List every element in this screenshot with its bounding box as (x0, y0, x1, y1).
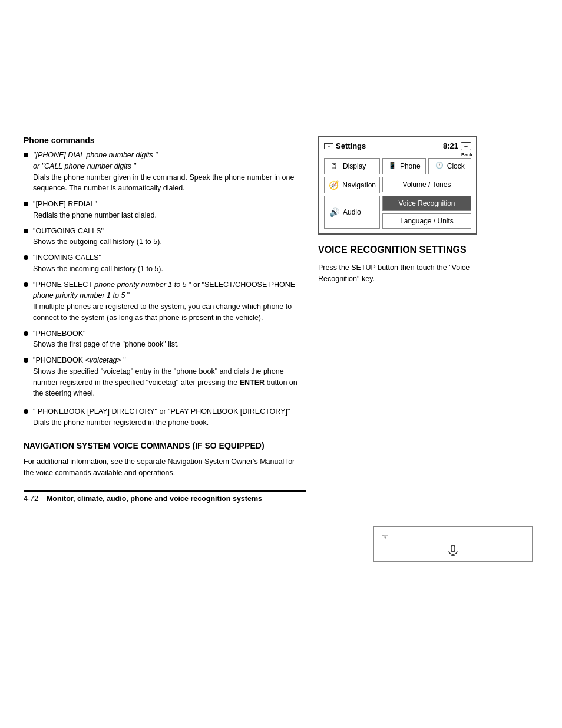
settings-audio-cell[interactable]: 🔊 Audio (324, 196, 380, 229)
item-description: Shows the specified "voicetag" entry in … (33, 367, 297, 398)
vr-description: Press the SETUP button then touch the "V… (318, 262, 483, 285)
settings-grid: 🖥 Display 📱 Phone 🕐 (324, 158, 471, 229)
settings-right-row-1: 📱 Phone 🕐 Clock (382, 158, 471, 174)
item-description: Shows the first page of the "phone book"… (33, 340, 179, 348)
bottom-right: ☞ (373, 526, 538, 562)
item-description: Dials the phone number registered in the… (33, 419, 209, 427)
item-main: "PHONE SELECT phone priority number 1 to… (33, 281, 295, 300)
small-info-box: ☞ (373, 526, 533, 562)
bullet-icon (24, 229, 28, 233)
info-box-mic-icon (381, 545, 525, 556)
list-item-content: " PHONEBOOK [PLAY] DIRECTORY" or "PLAY P… (33, 406, 306, 429)
top-spacer (24, 18, 538, 136)
microphone-svg (447, 545, 459, 556)
item-description: Dials the phone number given in the comm… (33, 173, 294, 193)
item-main: "[PHONE] DIAL phone number digits " (33, 151, 158, 159)
list-item: "PHONE SELECT phone priority number 1 to… (24, 279, 306, 324)
navigation-label: Navigation (342, 181, 376, 189)
bottom-left (24, 526, 373, 562)
list-item: "PHONEBOOK <voicetag> " Shows the specif… (24, 355, 306, 399)
settings-navigation-cell[interactable]: 🧭 Navigation (324, 177, 380, 193)
list-item-content: "PHONE SELECT phone priority number 1 to… (33, 279, 306, 324)
navigation-icon: 🧭 (328, 180, 339, 190)
list-item: " PHONEBOOK [PLAY] DIRECTORY" or "PLAY P… (24, 406, 306, 429)
phone-icon: 📱 (388, 162, 397, 171)
list-item: "[PHONE] REDIAL" Redials the phone numbe… (24, 199, 306, 221)
settings-display-cell[interactable]: 🖥 Display (324, 158, 380, 174)
bullet-icon (24, 282, 28, 287)
settings-right-row-3a: Voice Recognition (382, 196, 471, 211)
settings-label: Settings (336, 141, 366, 150)
item-main: "INCOMING CALLS" (33, 253, 101, 262)
list-item-content: "INCOMING CALLS" Shows the incoming call… (33, 252, 306, 275)
item-main: "PHONEBOOK" (33, 330, 85, 338)
footer-text: Monitor, climate, audio, phone and voice… (47, 495, 262, 503)
bottom-section: ☞ (24, 526, 538, 562)
item-description: Shows the outgoing call history (1 to 5)… (33, 238, 162, 246)
item-description: If multiple phones are registered to the… (33, 302, 292, 322)
list-item: "[PHONE] DIAL phone number digits " or "… (24, 150, 306, 194)
settings-volume-cell[interactable]: Volume / Tones (382, 177, 471, 192)
bullet-icon (24, 409, 28, 414)
right-column: ≡ Settings 8:21 ↩ Back 🖥 Display (318, 136, 483, 284)
item-main: "PHONEBOOK <voicetag> " (33, 356, 126, 364)
display-icon: 🖥 (328, 162, 340, 171)
settings-phone-cell[interactable]: 📱 Phone (382, 158, 426, 174)
settings-right-row-2: Volume / Tones (382, 177, 471, 192)
language-label: Language / Units (400, 217, 454, 225)
list-item-content: "OUTGOING CALLS" Shows the outgoing call… (33, 226, 306, 248)
audio-label: Audio (343, 208, 361, 216)
settings-voicerec-cell[interactable]: Voice Recognition (382, 196, 471, 211)
list-item-content: "PHONEBOOK" Shows the first page of the … (33, 328, 306, 351)
list-item-content: "PHONEBOOK <voicetag> " Shows the specif… (33, 355, 306, 399)
settings-header: ≡ Settings 8:21 ↩ Back (324, 141, 471, 153)
bullet-icon (24, 202, 28, 206)
left-column: Phone commands "[PHONE] DIAL phone numbe… (24, 136, 306, 503)
settings-icon: ≡ (324, 143, 333, 149)
bullet-icon (24, 153, 28, 157)
settings-language-cell[interactable]: Language / Units (382, 213, 471, 229)
vr-settings-section: VOICE RECOGNITION SETTINGS Press the SET… (318, 244, 483, 284)
bullet-icon (24, 331, 28, 336)
audio-icon: 🔊 (328, 207, 340, 217)
page-container: Phone commands "[PHONE] DIAL phone numbe… (0, 0, 562, 728)
page-footer: 4-72 Monitor, climate, audio, phone and … (24, 490, 306, 503)
item-main: "[PHONE] REDIAL" (33, 200, 97, 208)
bullet-icon (24, 255, 28, 260)
settings-row-3: 🔊 Audio Voice Recognition L (324, 196, 471, 229)
list-item-content: "[PHONE] DIAL phone number digits " or "… (33, 150, 306, 194)
list-item: "PHONEBOOK" Shows the first page of the … (24, 328, 306, 351)
phonebook-play-section: " PHONEBOOK [PLAY] DIRECTORY" or "PLAY P… (24, 406, 306, 429)
time-value: 8:21 (443, 141, 458, 150)
settings-right-area-1: 📱 Phone 🕐 Clock (382, 158, 471, 174)
svg-rect-0 (451, 545, 455, 552)
clock-label: Clock (447, 162, 465, 170)
item-description: Redials the phone number last dialed. (33, 211, 157, 219)
settings-row-1: 🖥 Display 📱 Phone 🕐 (324, 158, 471, 174)
page-number: 4-72 (24, 495, 38, 503)
back-label: Back (461, 152, 472, 157)
item-main: " PHONEBOOK [PLAY] DIRECTORY" or "PLAY P… (33, 407, 290, 416)
nav-section-text: For additional information, see the sepa… (24, 456, 306, 479)
settings-right-area-3: Voice Recognition Language / Units (382, 196, 471, 229)
nav-section: NAVIGATION SYSTEM VOICE COMMANDS (if so … (24, 440, 306, 479)
back-button-icon[interactable]: ↩ Back (461, 142, 471, 150)
item-continuation: or "CALL phone number digits " (33, 162, 136, 170)
settings-clock-cell[interactable]: 🕐 Clock (428, 158, 472, 174)
clock-icon: 🕐 (435, 162, 444, 171)
phone-label: Phone (400, 162, 421, 170)
list-item: "INCOMING CALLS" Shows the incoming call… (24, 252, 306, 275)
info-box-arrow-icon: ☞ (381, 532, 525, 542)
display-label: Display (343, 162, 366, 170)
settings-row-2: 🧭 Navigation Volume / Tones (324, 177, 471, 193)
item-main: "OUTGOING CALLS" (33, 227, 104, 235)
phone-commands-title: Phone commands (24, 136, 306, 145)
settings-right-row-3b: Language / Units (382, 213, 471, 229)
vr-heading: VOICE RECOGNITION SETTINGS (318, 244, 483, 256)
list-item-content: "[PHONE] REDIAL" Redials the phone numbe… (33, 199, 306, 221)
phonebook-play-list: " PHONEBOOK [PLAY] DIRECTORY" or "PLAY P… (24, 406, 306, 429)
phone-commands-list: "[PHONE] DIAL phone number digits " or "… (24, 150, 306, 399)
content-area: Phone commands "[PHONE] DIAL phone numbe… (24, 136, 538, 503)
settings-title: ≡ Settings (324, 141, 366, 150)
settings-time: 8:21 ↩ Back (443, 141, 471, 150)
